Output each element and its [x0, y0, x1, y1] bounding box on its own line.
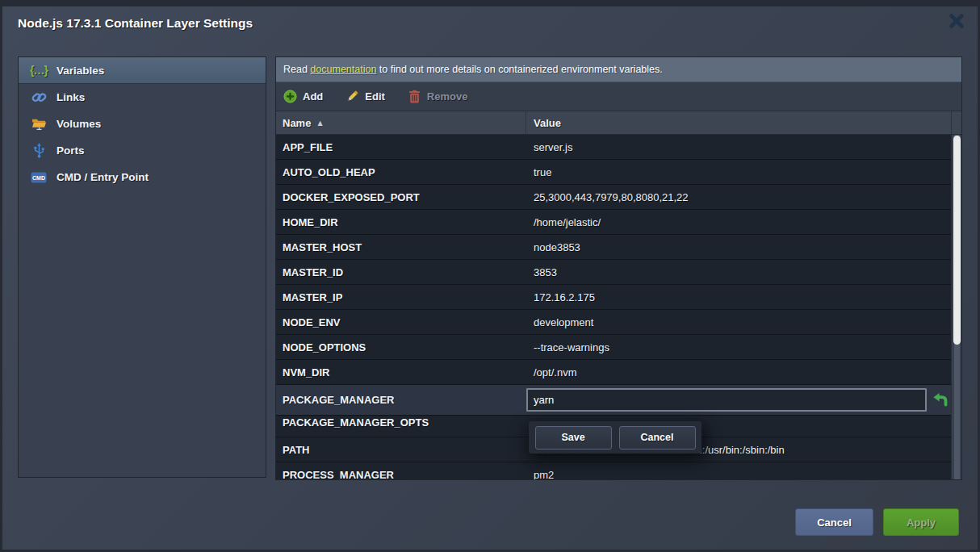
braces-icon: {…}: [31, 62, 47, 78]
sidebar-item-links[interactable]: Links: [19, 84, 266, 111]
trash-icon: [408, 90, 421, 104]
scrollbar-thumb[interactable]: [953, 136, 961, 345]
table-row[interactable]: NVM_DIR /opt/.nvm: [276, 360, 951, 385]
variables-panel: Read documentation to find out more deta…: [275, 56, 962, 480]
variables-table-body: APP_FILE server.js AUTO_OLD_HEAP true DO…: [276, 135, 951, 479]
sidebar-item-label: Variables: [57, 65, 104, 77]
undo-revert-icon[interactable]: [932, 391, 949, 409]
table-scrollbar[interactable]: [951, 135, 961, 479]
close-icon[interactable]: [948, 12, 965, 30]
sidebar-item-variables[interactable]: {…} Variables: [19, 57, 266, 84]
sidebar-item-cmd-entry-point[interactable]: CMD CMD / Entry Point: [19, 164, 266, 190]
save-button[interactable]: Save: [535, 426, 612, 450]
container-layer-settings-dialog: Node.js 17.3.1 Container Layer Settings …: [2, 6, 978, 550]
table-row[interactable]: PROCESS_MANAGER pm2: [276, 462, 951, 479]
table-row[interactable]: MASTER_ID 3853: [276, 260, 951, 285]
column-header-name[interactable]: Name ▲: [276, 111, 526, 134]
settings-sidebar: {…} Variables Links Volumes: [18, 56, 266, 478]
sidebar-item-label: Ports: [57, 144, 85, 157]
folder-icon: [31, 116, 47, 132]
info-text-prefix: Read: [283, 64, 310, 75]
table-row[interactable]: MASTER_HOST node3853: [276, 235, 951, 260]
dialog-cancel-button[interactable]: Cancel: [795, 508, 873, 536]
sidebar-item-volumes[interactable]: Volumes: [19, 111, 266, 137]
value-edit-input[interactable]: [526, 388, 927, 412]
cancel-edit-button[interactable]: Cancel: [619, 426, 696, 450]
dialog-title: Node.js 17.3.1 Container Layer Settings: [18, 16, 253, 31]
table-row[interactable]: DOCKER_EXPOSED_PORT 25,3000,443,7979,80,…: [276, 185, 951, 210]
add-icon: [283, 90, 297, 104]
table-row[interactable]: APP_FILE server.js: [276, 135, 951, 160]
edit-pencil-icon: [346, 90, 359, 104]
sidebar-item-ports[interactable]: Ports: [19, 137, 266, 164]
svg-text:CMD: CMD: [32, 175, 45, 181]
link-icon: [31, 90, 47, 106]
table-row[interactable]: NODE_ENV development: [276, 310, 951, 335]
header-scroll-spacer: [951, 111, 961, 134]
table-row[interactable]: NODE_OPTIONS --trace-warnings: [276, 335, 951, 360]
documentation-link[interactable]: documentation: [310, 64, 376, 75]
edit-button-label: Edit: [365, 90, 385, 102]
sidebar-item-label: CMD / Entry Point: [57, 171, 149, 183]
table-row-editing[interactable]: PACKAGE_MANAGER: [276, 385, 951, 416]
table-row[interactable]: AUTO_OLD_HEAP true: [276, 160, 951, 185]
edit-button[interactable]: Edit: [346, 90, 385, 104]
cmd-icon: CMD: [31, 169, 47, 186]
info-bar: Read documentation to find out more deta…: [276, 57, 961, 82]
variables-toolbar: Add Edit: [276, 82, 961, 111]
table-header: Name ▲ Value: [276, 111, 961, 135]
dialog-apply-button[interactable]: Apply: [883, 508, 959, 536]
remove-button[interactable]: Remove: [408, 90, 468, 104]
add-button-label: Add: [303, 90, 323, 102]
remove-button-label: Remove: [427, 90, 468, 102]
sidebar-item-label: Links: [57, 91, 85, 103]
column-header-value[interactable]: Value: [526, 111, 951, 134]
info-text-suffix: to find out more details on containerize…: [376, 64, 662, 75]
table-row[interactable]: MASTER_IP 172.16.2.175: [276, 285, 951, 310]
edit-confirm-popup: Save Cancel: [529, 421, 701, 454]
sort-ascending-icon: ▲: [317, 119, 322, 127]
table-row[interactable]: HOME_DIR /home/jelastic/: [276, 210, 951, 235]
add-button[interactable]: Add: [283, 90, 323, 104]
sidebar-item-label: Volumes: [57, 118, 101, 130]
usb-icon: [31, 143, 47, 159]
